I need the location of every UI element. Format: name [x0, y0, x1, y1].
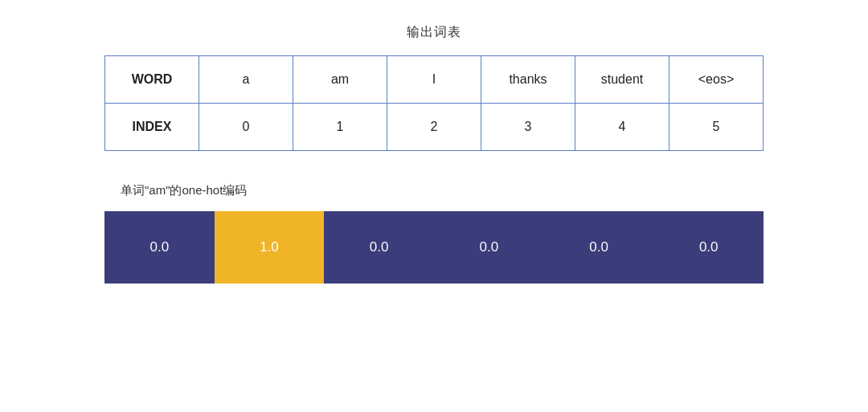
index-cell-5: 5: [669, 104, 764, 151]
onehot-bar: 0.0 1.0 0.0 0.0 0.0 0.0: [104, 211, 764, 284]
word-cell-4: student: [575, 56, 669, 104]
table-row-word: WORD a am I thanks student <eos>: [105, 56, 764, 104]
word-cell-2: I: [387, 56, 481, 104]
word-cell-3: thanks: [481, 56, 575, 104]
onehot-title: 单词"am"的one-hot编码: [121, 183, 247, 198]
index-cell-1: 1: [293, 104, 387, 151]
onehot-cell-0: 0.0: [104, 211, 215, 284]
index-cell-0: 0: [199, 104, 293, 151]
index-cell-4: 4: [575, 104, 669, 151]
index-row-header: INDEX: [105, 104, 199, 151]
onehot-cell-1: 1.0: [215, 211, 325, 284]
onehot-cell-4: 0.0: [544, 211, 654, 284]
onehot-cell-5: 0.0: [653, 211, 764, 284]
word-table: WORD a am I thanks student <eos> INDEX 0…: [104, 55, 764, 151]
word-cell-1: am: [293, 56, 387, 104]
onehot-cell-2: 0.0: [324, 211, 434, 284]
word-row-header: WORD: [105, 56, 199, 104]
index-cell-3: 3: [481, 104, 575, 151]
table-title: 输出词表: [407, 24, 461, 41]
index-cell-2: 2: [387, 104, 481, 151]
onehot-cell-3: 0.0: [434, 211, 544, 284]
word-cell-0: a: [199, 56, 293, 104]
word-cell-5: <eos>: [669, 56, 764, 104]
table-row-index: INDEX 0 1 2 3 4 5: [105, 104, 764, 151]
